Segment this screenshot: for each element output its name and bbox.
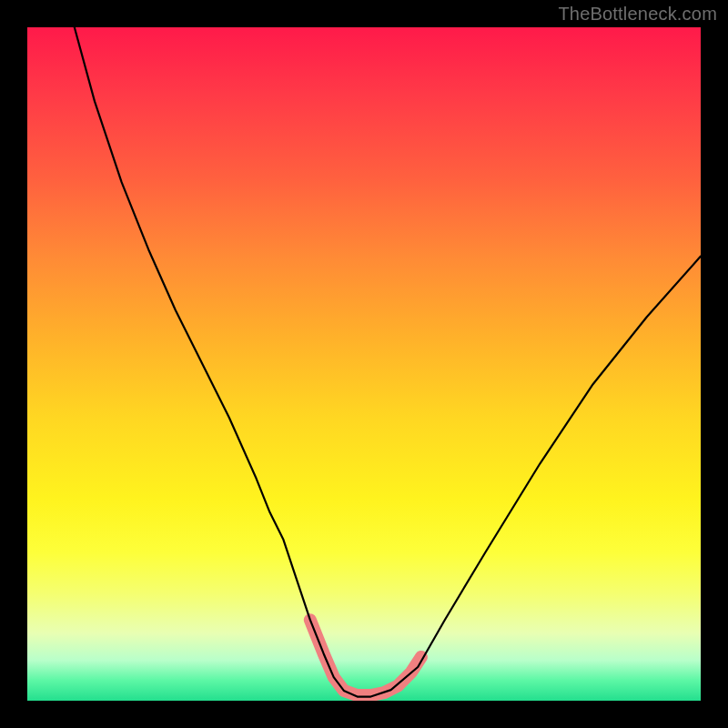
- bottleneck-curve: [75, 27, 701, 697]
- plot-area: [27, 27, 701, 701]
- watermark-text: TheBottleneck.com: [558, 4, 717, 25]
- highlight-overlay: [310, 620, 421, 695]
- plot-svg: [27, 27, 701, 701]
- chart-frame: TheBottleneck.com: [0, 0, 728, 728]
